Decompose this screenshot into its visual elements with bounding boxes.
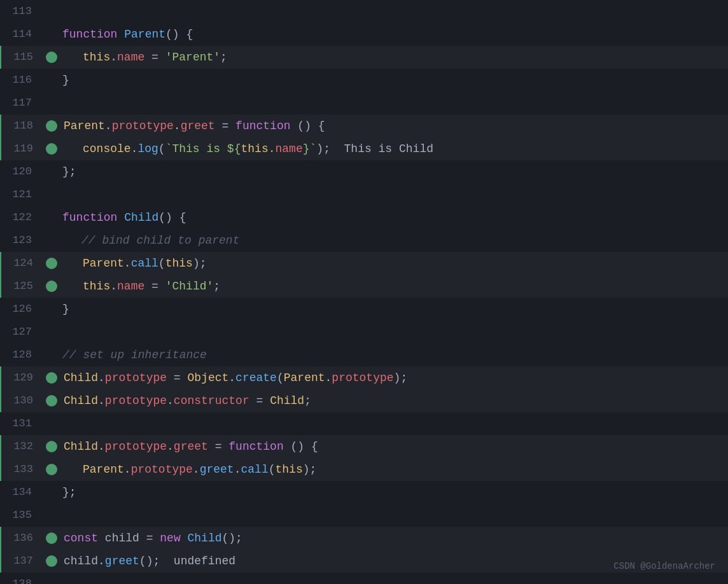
line-number-132: 132 — [1, 435, 46, 458]
code-content-126: } — [60, 298, 728, 321]
breakpoint-138 — [45, 578, 56, 584]
code-content-128: // set up inheritance — [60, 344, 728, 366]
breakpoint-122 — [45, 212, 56, 223]
code-content-130: Child.prototype.constructor = Child; — [61, 389, 728, 412]
breakpoint-120 — [45, 166, 56, 177]
breakpoint-134 — [45, 487, 56, 498]
breakpoint-113 — [45, 6, 56, 17]
code-content-118: Parent.prototype.greet = function () { — [61, 115, 728, 137]
code-line-135: 135 — [0, 504, 728, 527]
line-number-119: 119 — [1, 137, 46, 160]
code-line-119: 119 console.log(`This is ${this.name}`);… — [0, 137, 728, 160]
breakpoint-132 — [46, 441, 57, 452]
line-number-125: 125 — [1, 275, 46, 298]
breakpoint-124 — [46, 258, 57, 269]
breakpoint-128 — [45, 349, 56, 361]
code-line-130: 130 Child.prototype.constructor = Child; — [0, 389, 728, 412]
code-line-123: 123 // bind child to parent — [0, 229, 728, 252]
line-number-130: 130 — [1, 389, 46, 412]
breakpoint-136 — [46, 532, 57, 544]
line-number-122: 122 — [0, 206, 45, 229]
code-line-124: 124 Parent.call(this); — [0, 252, 728, 275]
breakpoint-115 — [46, 52, 57, 63]
code-editor: 113 114 function Parent() { 115 this.nam… — [0, 0, 728, 584]
breakpoint-117 — [45, 97, 56, 109]
line-number-137: 137 — [1, 550, 46, 573]
breakpoint-137 — [46, 555, 57, 567]
code-content-136: const child = new Child(); — [61, 527, 728, 550]
breakpoint-118 — [46, 120, 57, 132]
breakpoint-116 — [45, 74, 56, 86]
code-line-133: 133 Parent.prototype.greet.call(this); — [0, 458, 728, 481]
code-line-120: 120 }; — [0, 160, 728, 183]
breakpoint-127 — [45, 326, 56, 338]
line-number-118: 118 — [1, 115, 46, 137]
line-number-116: 116 — [0, 69, 45, 92]
line-number-131: 131 — [0, 412, 45, 435]
code-line-121: 121 — [0, 183, 728, 206]
code-line-115: 115 this.name = 'Parent'; — [0, 46, 728, 69]
watermark-text: CSDN @GoldenaArcher — [613, 555, 715, 578]
code-line-114: 114 function Parent() { — [0, 23, 728, 46]
code-content-134: }; — [60, 481, 728, 504]
line-number-133: 133 — [1, 458, 46, 481]
breakpoint-131 — [45, 418, 56, 429]
code-content-116: } — [60, 69, 728, 92]
breakpoint-133 — [46, 464, 57, 475]
code-line-125: 125 this.name = 'Child'; — [0, 275, 728, 298]
code-content-132: Child.prototype.greet = function () { — [61, 435, 728, 458]
breakpoint-129 — [46, 372, 57, 384]
breakpoint-121 — [45, 189, 56, 200]
code-line-113: 113 — [0, 0, 728, 23]
code-line-122: 122 function Child() { — [0, 206, 728, 229]
code-line-132: 132 Child.prototype.greet = function () … — [0, 435, 728, 458]
breakpoint-119 — [46, 143, 57, 155]
line-number-114: 114 — [0, 23, 45, 46]
code-content-119: console.log(`This is ${this.name}`); Thi… — [61, 137, 728, 160]
code-line-128: 128 // set up inheritance — [0, 344, 728, 366]
line-number-117: 117 — [0, 92, 45, 115]
code-line-117: 117 — [0, 92, 728, 115]
breakpoint-125 — [46, 281, 57, 292]
line-number-126: 126 — [0, 298, 45, 321]
code-line-126: 126 } — [0, 298, 728, 321]
line-number-128: 128 — [0, 344, 45, 366]
code-content-133: Parent.prototype.greet.call(this); — [61, 458, 728, 481]
code-content-120: }; — [60, 160, 728, 183]
breakpoint-123 — [45, 235, 56, 246]
code-line-134: 134 }; — [0, 481, 728, 504]
code-content-129: Child.prototype = Object.create(Parent.p… — [61, 366, 728, 389]
code-content-115: this.name = 'Parent'; — [61, 46, 728, 69]
breakpoint-114 — [45, 29, 56, 40]
code-line-129: 129 Child.prototype = Object.create(Pare… — [0, 366, 728, 389]
breakpoint-135 — [45, 510, 56, 521]
code-content-124: Parent.call(this); — [61, 252, 728, 275]
line-number-138: 138 — [0, 573, 45, 584]
line-number-113: 113 — [0, 0, 45, 23]
code-line-118: 118 Parent.prototype.greet = function ()… — [0, 115, 728, 137]
line-number-124: 124 — [1, 252, 46, 275]
line-number-135: 135 — [0, 504, 45, 527]
line-number-129: 129 — [1, 366, 46, 389]
line-number-136: 136 — [1, 527, 46, 550]
line-number-115: 115 — [1, 46, 46, 69]
line-number-134: 134 — [0, 481, 45, 504]
code-line-116: 116 } — [0, 69, 728, 92]
line-number-120: 120 — [0, 160, 45, 183]
code-content-123: // bind child to parent — [60, 229, 728, 252]
code-line-136: 136 const child = new Child(); — [0, 527, 728, 550]
code-content-122: function Child() { — [60, 206, 728, 229]
code-content-125: this.name = 'Child'; — [61, 275, 728, 298]
code-line-131: 131 — [0, 412, 728, 435]
line-number-121: 121 — [0, 183, 45, 206]
line-number-123: 123 — [0, 229, 45, 252]
breakpoint-126 — [45, 303, 56, 315]
line-number-127: 127 — [0, 321, 45, 344]
breakpoint-130 — [46, 395, 57, 407]
code-content-114: function Parent() { — [60, 23, 728, 46]
code-line-127: 127 — [0, 321, 728, 344]
